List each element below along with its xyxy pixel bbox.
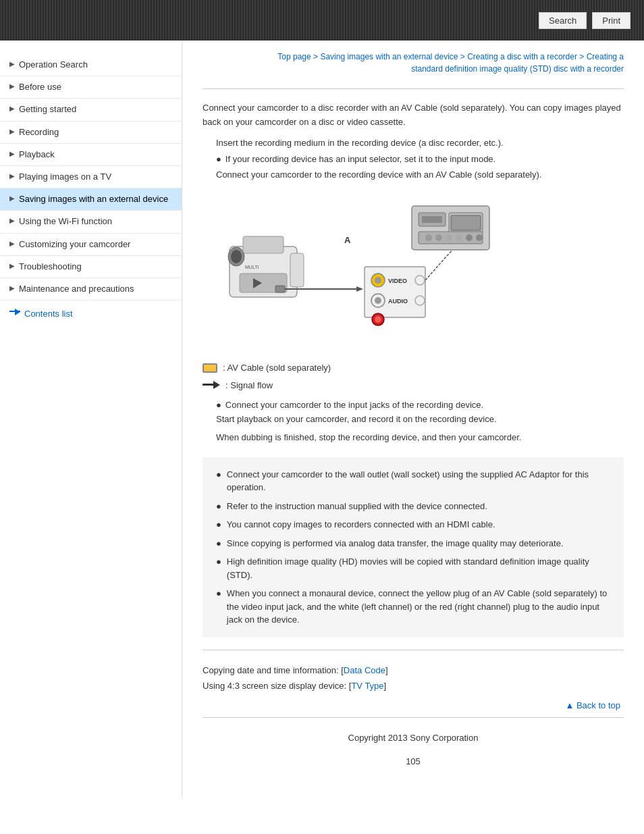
print-button[interactable]: Print xyxy=(592,12,630,29)
svg-text:VIDEO: VIDEO xyxy=(388,278,407,284)
step2-text: Connect your camcorder to the recording … xyxy=(216,168,624,182)
sidebar-item-playback[interactable]: ▶ Playback xyxy=(0,144,182,166)
step4-text: Start playback on your camcorder, and re… xyxy=(216,413,624,427)
breadcrumb-creating-disc[interactable]: Creating a disc with a recorder xyxy=(467,52,577,61)
svg-point-22 xyxy=(375,316,381,323)
step3: ● Connect your camcorder to the input ja… xyxy=(216,400,624,410)
breadcrumb: Top page > Saving images with an externa… xyxy=(203,51,624,75)
svg-text:AUDIO: AUDIO xyxy=(388,298,408,305)
camcorder-image: MULTI xyxy=(228,236,304,297)
note-item-1: ● Connect your camcorder to the wall out… xyxy=(216,468,610,494)
sidebar-item-customizing[interactable]: ▶ Customizing your camcorder xyxy=(0,234,182,256)
diagram-svg: MULTI A VIDEO xyxy=(203,192,493,348)
search-button[interactable]: Search xyxy=(539,12,587,29)
sidebar-item-recording[interactable]: ▶ Recording xyxy=(0,122,182,144)
sidebar-label: Playing images on a TV xyxy=(19,171,175,183)
sidebar-item-playing-images-tv[interactable]: ▶ Playing images on a TV xyxy=(0,166,182,188)
related-link-1: Copying date and time information: [Data… xyxy=(203,662,624,678)
note-item-2: ● Refer to the instruction manual suppli… xyxy=(216,500,610,513)
bullet-icon: ● xyxy=(216,400,221,410)
step1-note: ● If your recording device has an input … xyxy=(216,154,624,164)
sidebar-item-getting-started[interactable]: ▶ Getting started xyxy=(0,99,182,121)
svg-point-32 xyxy=(466,234,473,241)
legend-signal-text: : Signal flow xyxy=(225,377,273,393)
step5-text: When dubbing is finished, stop the recor… xyxy=(216,431,624,445)
related-link-2: Using 4:3 screen size display device: [T… xyxy=(203,678,624,694)
sidebar-label: Playback xyxy=(19,149,175,161)
bullet-icon: ● xyxy=(216,468,221,494)
signal-flow-icon xyxy=(203,381,221,389)
svg-point-31 xyxy=(456,234,462,241)
note-text-3: You cannot copy images to recorders conn… xyxy=(227,518,495,531)
sidebar-label: Maintenance and precautions xyxy=(19,283,175,295)
arrow-icon xyxy=(9,311,20,317)
sidebar-item-operation-search[interactable]: ▶ Operation Search xyxy=(0,54,182,76)
diagram-legend: : AV Cable (sold separately) : Signal fl… xyxy=(203,360,624,393)
step1-note-text: If your recording device has an input se… xyxy=(225,154,495,164)
svg-marker-11 xyxy=(356,286,363,292)
svg-point-30 xyxy=(446,234,452,241)
data-code-link[interactable]: Data Code xyxy=(344,665,385,675)
sidebar-item-before-use[interactable]: ▶ Before use xyxy=(0,76,182,99)
svg-point-2 xyxy=(231,250,242,263)
copyright-text: Copyright 2013 Sony Corporation xyxy=(203,725,624,751)
bullet-icon: ● xyxy=(216,518,221,531)
middle-divider xyxy=(203,650,624,650)
recorder-image xyxy=(412,206,489,250)
sidebar-label: Saving images with an external device xyxy=(19,193,175,205)
related-suffix-1: ] xyxy=(385,665,388,675)
bullet-icon: ● xyxy=(216,537,221,550)
note-text-6: When you connect a monaural device, conn… xyxy=(227,587,610,627)
sidebar-item-wifi[interactable]: ▶ Using the Wi-Fi function xyxy=(0,211,182,233)
breadcrumb-saving[interactable]: Saving images with an external device xyxy=(320,52,458,61)
note-item-4: ● Since copying is performed via analog … xyxy=(216,537,610,550)
svg-rect-3 xyxy=(243,236,284,253)
svg-text:A: A xyxy=(344,235,351,245)
related-links: Copying date and time information: [Data… xyxy=(203,662,624,694)
step3-text: Connect your camcorder to the input jack… xyxy=(225,400,483,410)
note-text-1: Connect your camcorder to the wall outle… xyxy=(227,468,610,494)
intro-paragraph: Connect your camcorder to a disc recorde… xyxy=(203,101,624,130)
sidebar-label: Using the Wi-Fi function xyxy=(19,215,175,228)
main-content: Top page > Saving images with an externa… xyxy=(182,41,644,798)
breadcrumb-top[interactable]: Top page xyxy=(277,52,311,61)
svg-text:MULTI: MULTI xyxy=(245,265,259,269)
svg-point-33 xyxy=(476,234,483,241)
svg-point-29 xyxy=(435,234,442,241)
svg-rect-7 xyxy=(275,286,285,292)
sidebar-arrow-icon: ▶ xyxy=(9,194,15,202)
sidebar-item-maintenance[interactable]: ▶ Maintenance and precautions xyxy=(0,278,182,301)
note-text-4: Since copying is performed via analog da… xyxy=(227,537,564,550)
footer-divider xyxy=(203,717,624,718)
svg-rect-25 xyxy=(422,216,442,223)
related-prefix-1: Copying date and time information: [ xyxy=(203,665,344,675)
connection-diagram: MULTI A VIDEO xyxy=(203,192,624,350)
back-to-top-link[interactable]: ▲ Back to top xyxy=(203,700,624,710)
sidebar-arrow-icon: ▶ xyxy=(9,217,15,224)
sidebar-arrow-icon: ▶ xyxy=(9,240,15,247)
notes-box: ● Connect your camcorder to the wall out… xyxy=(203,457,624,637)
tv-type-link[interactable]: TV Type xyxy=(351,681,383,691)
contents-list-link[interactable]: Contents list xyxy=(0,301,182,327)
svg-point-14 xyxy=(375,277,381,284)
sidebar-label: Operation Search xyxy=(19,59,175,71)
svg-rect-4 xyxy=(290,253,304,287)
legend-av-cable: : AV Cable (sold separately) xyxy=(203,360,624,375)
step1-text: Insert the recording medium in the recor… xyxy=(216,136,624,151)
bullet-icon: ● xyxy=(216,500,221,513)
bullet-icon: ● xyxy=(216,587,221,627)
note-text-2: Refer to the instruction manual supplied… xyxy=(227,500,487,513)
related-suffix-2: ] xyxy=(384,681,387,691)
sidebar-arrow-icon: ▶ xyxy=(9,172,15,180)
av-cable-icon xyxy=(203,363,217,373)
note-item-6: ● When you connect a monaural device, co… xyxy=(216,587,610,627)
svg-point-18 xyxy=(375,297,381,304)
contents-list-label: Contents list xyxy=(24,309,73,319)
sidebar-item-saving-images[interactable]: ▶ Saving images with an external device xyxy=(0,188,182,211)
sidebar-arrow-icon: ▶ xyxy=(9,60,15,68)
page-number: 105 xyxy=(203,751,624,777)
svg-rect-34 xyxy=(451,215,481,230)
svg-rect-12 xyxy=(365,267,425,317)
sidebar-item-troubleshooting[interactable]: ▶ Troubleshooting xyxy=(0,256,182,278)
sidebar-label: Before use xyxy=(19,81,175,93)
